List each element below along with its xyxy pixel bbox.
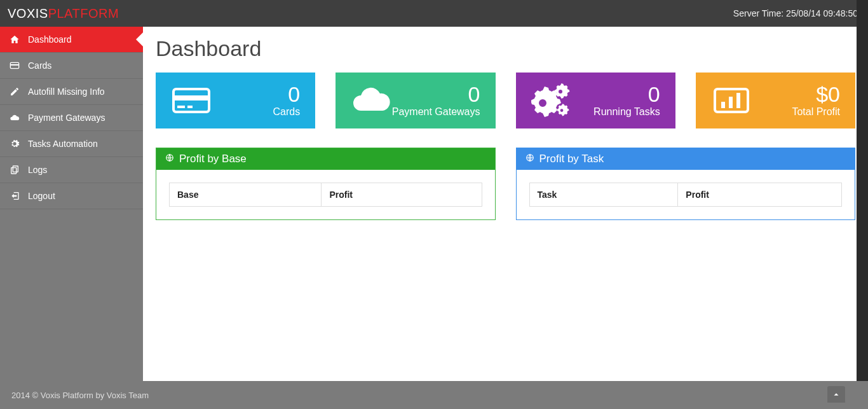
panel-header: Profit by Task xyxy=(517,148,855,170)
server-time: Server Time: 25/08/14 09:48:50 xyxy=(733,8,858,18)
tile-value: $0 xyxy=(792,83,840,105)
topbar: VOXISPLATFORM Server Time: 25/08/14 09:4… xyxy=(0,0,868,27)
sidebar-item-label: Logs xyxy=(28,165,47,175)
profit-by-task-table: Task Profit xyxy=(529,183,843,207)
chevron-up-icon xyxy=(832,390,841,399)
tile-label: Total Profit xyxy=(792,106,840,118)
tile-value: 0 xyxy=(392,83,480,105)
tile-label: Cards xyxy=(273,106,301,118)
main-content: Dashboard 0 Cards 0 Payment Gateways xyxy=(143,27,868,381)
tile-value: 0 xyxy=(273,83,301,105)
sidebar-item-label: Logout xyxy=(28,191,55,201)
footer-text: 2014 © Voxis Platform by Voxis Team xyxy=(11,391,149,400)
brand[interactable]: VOXISPLATFORM xyxy=(8,6,119,21)
svg-rect-11 xyxy=(736,93,740,108)
sidebar-item-label: Dashboard xyxy=(28,34,72,45)
svg-rect-3 xyxy=(11,168,17,174)
profit-by-base-table: Base Profit xyxy=(169,183,482,207)
cloud-icon xyxy=(351,83,391,118)
panel-title: Profit by Task xyxy=(539,153,604,165)
tile-profit[interactable]: $0 Total Profit xyxy=(696,73,855,128)
sidebar-item-autofill[interactable]: Autofill Missing Info xyxy=(0,79,143,105)
scroll-to-top-button[interactable] xyxy=(827,386,845,403)
logout-icon xyxy=(9,190,20,202)
brand-part2: PLATFORM xyxy=(48,6,119,20)
panel-header: Profit by Base xyxy=(156,148,495,170)
column-header: Profit xyxy=(678,183,842,207)
sidebar-item-logout[interactable]: Logout xyxy=(0,183,143,209)
panel-title: Profit by Base xyxy=(179,153,247,165)
sidebar-item-label: Autofill Missing Info xyxy=(28,87,105,97)
sidebar-item-label: Tasks Automation xyxy=(28,139,98,149)
credit-card-icon xyxy=(171,83,212,118)
sidebar-item-cards[interactable]: Cards xyxy=(0,53,143,79)
sidebar-item-label: Payment Gateways xyxy=(28,113,105,123)
column-header: Profit xyxy=(322,183,482,207)
gears-icon xyxy=(531,83,572,118)
table-header-row: Task Profit xyxy=(529,183,842,207)
svg-rect-1 xyxy=(10,64,18,66)
table-header-row: Base Profit xyxy=(170,183,482,207)
svg-rect-2 xyxy=(13,166,18,172)
svg-rect-7 xyxy=(187,106,193,108)
svg-rect-5 xyxy=(173,95,209,101)
sidebar-item-tasks[interactable]: Tasks Automation xyxy=(0,131,143,157)
sidebar-item-gateways[interactable]: Payment Gateways xyxy=(0,105,143,131)
brand-part1: VOXIS xyxy=(8,6,48,20)
sidebar-item-logs[interactable]: Logs xyxy=(0,157,143,183)
tile-cards[interactable]: 0 Cards xyxy=(156,73,315,128)
cloud-icon xyxy=(9,112,20,123)
panel-profit-by-task: Profit by Task Task Profit xyxy=(516,148,856,220)
column-header: Task xyxy=(529,183,678,207)
home-icon xyxy=(9,34,20,45)
tile-label: Payment Gateways xyxy=(392,106,480,118)
svg-rect-9 xyxy=(721,102,725,108)
svg-rect-10 xyxy=(729,97,733,108)
page-scrollbar[interactable] xyxy=(857,0,868,409)
sidebar-item-label: Cards xyxy=(28,60,51,71)
globe-icon xyxy=(526,153,534,165)
copy-icon xyxy=(9,164,20,176)
globe-icon xyxy=(165,153,174,165)
edit-icon xyxy=(9,86,20,97)
tile-label: Running Tasks xyxy=(593,106,660,118)
page-title: Dashboard xyxy=(156,36,855,61)
tile-gateways[interactable]: 0 Payment Gateways xyxy=(336,73,495,128)
tiles-row: 0 Cards 0 Payment Gateways xyxy=(156,73,855,128)
tile-tasks[interactable]: 0 Running Tasks xyxy=(516,73,675,128)
tile-value: 0 xyxy=(593,83,660,105)
bar-chart-icon xyxy=(711,83,752,118)
sidebar: Dashboard Cards Autofill Missing Info Pa… xyxy=(0,27,143,381)
gears-icon xyxy=(9,138,20,149)
column-header: Base xyxy=(170,183,322,207)
svg-rect-6 xyxy=(177,106,185,108)
sidebar-item-dashboard[interactable]: Dashboard xyxy=(0,27,143,53)
footer: 2014 © Voxis Platform by Voxis Team xyxy=(0,381,868,409)
credit-card-icon xyxy=(9,60,20,71)
panels-row: Profit by Base Base Profit xyxy=(156,148,855,220)
panel-profit-by-base: Profit by Base Base Profit xyxy=(156,148,496,220)
